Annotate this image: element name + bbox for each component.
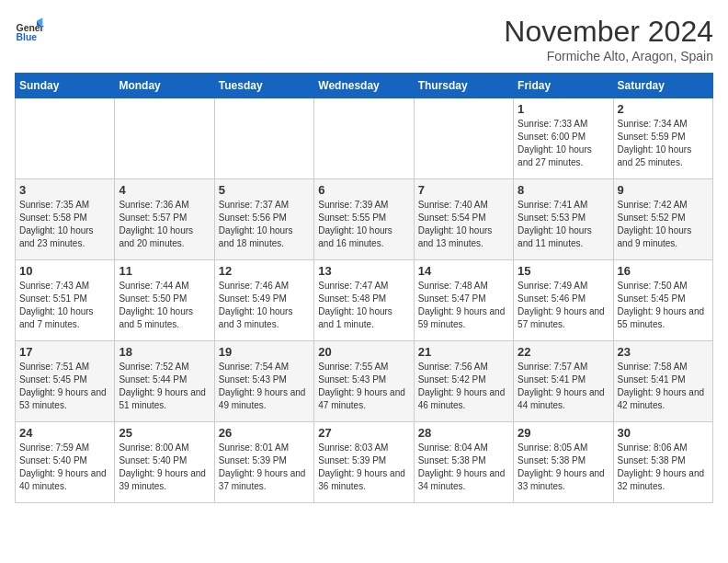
day-info: Sunrise: 7:33 AM Sunset: 6:00 PM Dayligh… bbox=[518, 118, 609, 169]
calendar-cell: 5Sunrise: 7:37 AM Sunset: 5:56 PM Daylig… bbox=[214, 179, 313, 260]
calendar-cell: 26Sunrise: 8:01 AM Sunset: 5:39 PM Dayli… bbox=[214, 422, 313, 503]
day-number: 9 bbox=[618, 183, 709, 197]
calendar-cell: 29Sunrise: 8:05 AM Sunset: 5:38 PM Dayli… bbox=[514, 422, 613, 503]
calendar-week-row: 10Sunrise: 7:43 AM Sunset: 5:51 PM Dayli… bbox=[16, 260, 713, 341]
day-of-week-header: Saturday bbox=[613, 74, 712, 98]
calendar-cell: 16Sunrise: 7:50 AM Sunset: 5:45 PM Dayli… bbox=[613, 260, 712, 341]
day-number: 5 bbox=[219, 183, 310, 197]
day-info: Sunrise: 7:49 AM Sunset: 5:46 PM Dayligh… bbox=[518, 280, 609, 331]
day-info: Sunrise: 7:54 AM Sunset: 5:43 PM Dayligh… bbox=[219, 361, 310, 412]
day-number: 26 bbox=[219, 426, 310, 440]
day-number: 25 bbox=[119, 426, 210, 440]
day-info: Sunrise: 7:59 AM Sunset: 5:40 PM Dayligh… bbox=[19, 442, 110, 493]
day-number: 24 bbox=[19, 426, 110, 440]
calendar-cell: 23Sunrise: 7:58 AM Sunset: 5:41 PM Dayli… bbox=[613, 341, 712, 422]
calendar-cell: 27Sunrise: 8:03 AM Sunset: 5:39 PM Dayli… bbox=[314, 422, 414, 503]
day-info: Sunrise: 7:57 AM Sunset: 5:41 PM Dayligh… bbox=[518, 361, 609, 412]
title-block: November 2024 Formiche Alto, Aragon, Spa… bbox=[504, 15, 713, 63]
calendar-cell: 3Sunrise: 7:35 AM Sunset: 5:58 PM Daylig… bbox=[16, 179, 115, 260]
day-info: Sunrise: 7:43 AM Sunset: 5:51 PM Dayligh… bbox=[19, 280, 110, 331]
day-number: 15 bbox=[518, 264, 609, 278]
calendar-cell: 15Sunrise: 7:49 AM Sunset: 5:46 PM Dayli… bbox=[514, 260, 613, 341]
calendar-cell: 4Sunrise: 7:36 AM Sunset: 5:57 PM Daylig… bbox=[115, 179, 214, 260]
day-number: 18 bbox=[119, 345, 210, 359]
day-info: Sunrise: 7:39 AM Sunset: 5:55 PM Dayligh… bbox=[318, 199, 409, 250]
month-title: November 2024 bbox=[504, 15, 713, 49]
calendar-cell: 20Sunrise: 7:55 AM Sunset: 5:43 PM Dayli… bbox=[314, 341, 414, 422]
day-info: Sunrise: 7:55 AM Sunset: 5:43 PM Dayligh… bbox=[318, 361, 409, 412]
day-info: Sunrise: 8:05 AM Sunset: 5:38 PM Dayligh… bbox=[518, 442, 609, 493]
day-number: 11 bbox=[119, 264, 210, 278]
day-info: Sunrise: 7:42 AM Sunset: 5:52 PM Dayligh… bbox=[618, 199, 709, 250]
calendar-cell: 6Sunrise: 7:39 AM Sunset: 5:55 PM Daylig… bbox=[314, 179, 414, 260]
day-info: Sunrise: 7:50 AM Sunset: 5:45 PM Dayligh… bbox=[618, 280, 709, 331]
day-number: 22 bbox=[518, 345, 609, 359]
day-info: Sunrise: 8:00 AM Sunset: 5:40 PM Dayligh… bbox=[119, 442, 210, 493]
calendar-cell bbox=[16, 98, 115, 179]
day-info: Sunrise: 7:48 AM Sunset: 5:47 PM Dayligh… bbox=[418, 280, 509, 331]
day-of-week-header: Friday bbox=[514, 74, 613, 98]
day-info: Sunrise: 8:03 AM Sunset: 5:39 PM Dayligh… bbox=[318, 442, 409, 493]
day-number: 27 bbox=[318, 426, 409, 440]
calendar-cell: 14Sunrise: 7:48 AM Sunset: 5:47 PM Dayli… bbox=[414, 260, 513, 341]
calendar-week-row: 17Sunrise: 7:51 AM Sunset: 5:45 PM Dayli… bbox=[16, 341, 713, 422]
svg-text:Blue: Blue bbox=[17, 32, 38, 42]
day-number: 16 bbox=[618, 264, 709, 278]
calendar-cell: 11Sunrise: 7:44 AM Sunset: 5:50 PM Dayli… bbox=[115, 260, 214, 341]
day-of-week-header: Wednesday bbox=[314, 74, 414, 98]
day-number: 1 bbox=[518, 102, 609, 116]
day-number: 12 bbox=[219, 264, 310, 278]
calendar-cell: 1Sunrise: 7:33 AM Sunset: 6:00 PM Daylig… bbox=[514, 98, 613, 179]
calendar-cell bbox=[414, 98, 513, 179]
calendar-cell: 21Sunrise: 7:56 AM Sunset: 5:42 PM Dayli… bbox=[414, 341, 513, 422]
day-number: 7 bbox=[418, 183, 509, 197]
day-info: Sunrise: 8:06 AM Sunset: 5:38 PM Dayligh… bbox=[618, 442, 709, 493]
day-info: Sunrise: 8:01 AM Sunset: 5:39 PM Dayligh… bbox=[219, 442, 310, 493]
calendar-cell bbox=[214, 98, 313, 179]
day-info: Sunrise: 8:04 AM Sunset: 5:38 PM Dayligh… bbox=[418, 442, 509, 493]
calendar-cell: 10Sunrise: 7:43 AM Sunset: 5:51 PM Dayli… bbox=[16, 260, 115, 341]
day-of-week-header: Monday bbox=[115, 74, 214, 98]
calendar-header-row: SundayMondayTuesdayWednesdayThursdayFrid… bbox=[16, 74, 713, 98]
day-number: 28 bbox=[418, 426, 509, 440]
calendar-cell: 28Sunrise: 8:04 AM Sunset: 5:38 PM Dayli… bbox=[414, 422, 513, 503]
calendar-cell: 22Sunrise: 7:57 AM Sunset: 5:41 PM Dayli… bbox=[514, 341, 613, 422]
calendar-cell: 7Sunrise: 7:40 AM Sunset: 5:54 PM Daylig… bbox=[414, 179, 513, 260]
day-info: Sunrise: 7:34 AM Sunset: 5:59 PM Dayligh… bbox=[618, 118, 709, 169]
day-number: 17 bbox=[19, 345, 110, 359]
day-number: 29 bbox=[518, 426, 609, 440]
day-number: 4 bbox=[119, 183, 210, 197]
calendar-cell: 24Sunrise: 7:59 AM Sunset: 5:40 PM Dayli… bbox=[16, 422, 115, 503]
calendar-cell: 18Sunrise: 7:52 AM Sunset: 5:44 PM Dayli… bbox=[115, 341, 214, 422]
day-info: Sunrise: 7:58 AM Sunset: 5:41 PM Dayligh… bbox=[618, 361, 709, 412]
calendar-cell: 12Sunrise: 7:46 AM Sunset: 5:49 PM Dayli… bbox=[214, 260, 313, 341]
day-info: Sunrise: 7:37 AM Sunset: 5:56 PM Dayligh… bbox=[219, 199, 310, 250]
calendar-cell: 9Sunrise: 7:42 AM Sunset: 5:52 PM Daylig… bbox=[613, 179, 712, 260]
calendar-cell: 19Sunrise: 7:54 AM Sunset: 5:43 PM Dayli… bbox=[214, 341, 313, 422]
day-info: Sunrise: 7:51 AM Sunset: 5:45 PM Dayligh… bbox=[19, 361, 110, 412]
day-number: 14 bbox=[418, 264, 509, 278]
day-info: Sunrise: 7:36 AM Sunset: 5:57 PM Dayligh… bbox=[119, 199, 210, 250]
calendar-week-row: 1Sunrise: 7:33 AM Sunset: 6:00 PM Daylig… bbox=[16, 98, 713, 179]
day-info: Sunrise: 7:56 AM Sunset: 5:42 PM Dayligh… bbox=[418, 361, 509, 412]
calendar-cell: 17Sunrise: 7:51 AM Sunset: 5:45 PM Dayli… bbox=[16, 341, 115, 422]
logo: General Blue bbox=[15, 15, 44, 44]
logo-icon: General Blue bbox=[15, 15, 44, 44]
day-info: Sunrise: 7:35 AM Sunset: 5:58 PM Dayligh… bbox=[19, 199, 110, 250]
day-info: Sunrise: 7:40 AM Sunset: 5:54 PM Dayligh… bbox=[418, 199, 509, 250]
calendar-cell bbox=[115, 98, 214, 179]
calendar-cell: 2Sunrise: 7:34 AM Sunset: 5:59 PM Daylig… bbox=[613, 98, 712, 179]
day-number: 13 bbox=[318, 264, 409, 278]
day-number: 2 bbox=[618, 102, 709, 116]
day-info: Sunrise: 7:47 AM Sunset: 5:48 PM Dayligh… bbox=[318, 280, 409, 331]
day-info: Sunrise: 7:44 AM Sunset: 5:50 PM Dayligh… bbox=[119, 280, 210, 331]
calendar-week-row: 3Sunrise: 7:35 AM Sunset: 5:58 PM Daylig… bbox=[16, 179, 713, 260]
day-number: 8 bbox=[518, 183, 609, 197]
calendar-cell: 13Sunrise: 7:47 AM Sunset: 5:48 PM Dayli… bbox=[314, 260, 414, 341]
day-number: 30 bbox=[618, 426, 709, 440]
day-number: 6 bbox=[318, 183, 409, 197]
page-header: General Blue November 2024 Formiche Alto… bbox=[15, 15, 713, 63]
day-number: 20 bbox=[318, 345, 409, 359]
day-info: Sunrise: 7:46 AM Sunset: 5:49 PM Dayligh… bbox=[219, 280, 310, 331]
day-of-week-header: Tuesday bbox=[214, 74, 313, 98]
